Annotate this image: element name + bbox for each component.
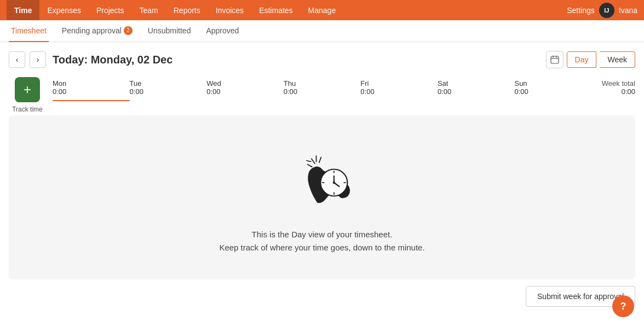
date-nav-left: ‹ › Today: Monday, 02 Dec: [9, 51, 173, 68]
svg-line-8: [307, 161, 311, 162]
day-mon-hours: 0:00: [53, 87, 130, 96]
day-mon: Mon 0:00: [53, 77, 130, 101]
pending-badge: 2: [124, 26, 133, 35]
day-tue: Tue 0:00: [130, 77, 207, 101]
svg-line-7: [319, 157, 321, 163]
day-sat-name: Sat: [438, 79, 515, 87]
svg-rect-0: [551, 56, 559, 63]
user-name: Ivana: [619, 6, 637, 15]
week-total-label: Week total: [591, 79, 635, 87]
track-time-label: Track time: [12, 106, 43, 113]
subnav-unsubmitted[interactable]: Unsubmitted: [146, 20, 193, 42]
calendar-icon[interactable]: [546, 51, 564, 68]
day-mon-name: Mon: [53, 79, 130, 87]
footer: Submit week for approval: [9, 279, 635, 307]
day-thu: Thu 0:00: [284, 77, 361, 101]
settings-link[interactable]: Settings: [567, 6, 595, 15]
nav-manage[interactable]: Manage: [301, 0, 344, 20]
day-sat: Sat 0:00: [438, 77, 515, 101]
day-wed: Wed 0:00: [206, 77, 284, 101]
empty-state: This is the Day view of your timesheet. …: [9, 115, 635, 279]
nav-right: Settings IJ Ivana: [567, 3, 637, 18]
week-view-button[interactable]: Week: [600, 51, 635, 68]
nav-reports[interactable]: Reports: [166, 0, 208, 20]
day-tue-hours: 0:00: [130, 87, 207, 96]
nav-invoices[interactable]: Invoices: [208, 0, 251, 20]
top-nav: Time Expenses Projects Team Reports Invo…: [0, 0, 644, 20]
clock-illustration: [284, 141, 360, 217]
track-time-col: + Track time: [9, 77, 46, 113]
day-view-button[interactable]: Day: [567, 51, 597, 68]
empty-state-text: This is the Day view of your timesheet. …: [219, 228, 424, 254]
day-sun: Sun 0:00: [514, 77, 591, 101]
subnav-pending[interactable]: Pending approval 2: [60, 20, 135, 42]
svg-point-16: [333, 182, 335, 184]
help-button[interactable]: ?: [612, 295, 634, 317]
day-thu-name: Thu: [284, 79, 361, 87]
nav-time[interactable]: Time: [7, 0, 39, 20]
day-sun-hours: 0:00: [514, 87, 591, 96]
date-nav: ‹ › Today: Monday, 02 Dec Day Week: [9, 51, 635, 68]
week-row: + Track time Mon 0:00 Tue 0:00 Wed 0:00 …: [9, 77, 635, 113]
svg-line-6: [308, 165, 312, 167]
nav-links: Time Expenses Projects Team Reports Invo…: [7, 0, 343, 20]
date-value: Monday, 02 Dec: [91, 54, 173, 66]
week-total: Week total 0:00: [591, 77, 635, 100]
sub-nav: Timesheet Pending approval 2 Unsubmitted…: [0, 20, 644, 42]
day-sun-name: Sun: [514, 79, 591, 87]
day-thu-hours: 0:00: [284, 87, 361, 96]
prev-button[interactable]: ‹: [9, 51, 25, 68]
svg-line-4: [312, 159, 315, 164]
week-total-value: 0:00: [591, 87, 635, 96]
subnav-timesheet[interactable]: Timesheet: [9, 20, 49, 42]
subnav-approved[interactable]: Approved: [204, 20, 241, 42]
day-sat-hours: 0:00: [438, 87, 515, 96]
nav-estimates[interactable]: Estimates: [251, 0, 300, 20]
day-fri-name: Fri: [360, 79, 438, 87]
day-wed-name: Wed: [206, 79, 284, 87]
days-grid: Mon 0:00 Tue 0:00 Wed 0:00 Thu 0:00 Fri …: [53, 77, 591, 101]
nav-expenses[interactable]: Expenses: [39, 0, 88, 20]
day-wed-hours: 0:00: [206, 87, 284, 96]
avatar[interactable]: IJ: [599, 3, 614, 18]
nav-projects[interactable]: Projects: [89, 0, 132, 20]
day-fri: Fri 0:00: [360, 77, 438, 101]
add-time-button[interactable]: +: [15, 77, 40, 102]
date-title: Today: Monday, 02 Dec: [53, 54, 173, 66]
day-fri-hours: 0:00: [360, 87, 438, 96]
day-tue-name: Tue: [130, 79, 207, 87]
view-toggle: Day Week: [546, 51, 635, 68]
nav-team[interactable]: Team: [132, 0, 166, 20]
date-prefix: Today:: [53, 54, 88, 66]
next-button[interactable]: ›: [30, 51, 46, 68]
main-content: ‹ › Today: Monday, 02 Dec Day Week + Tra…: [0, 42, 644, 316]
